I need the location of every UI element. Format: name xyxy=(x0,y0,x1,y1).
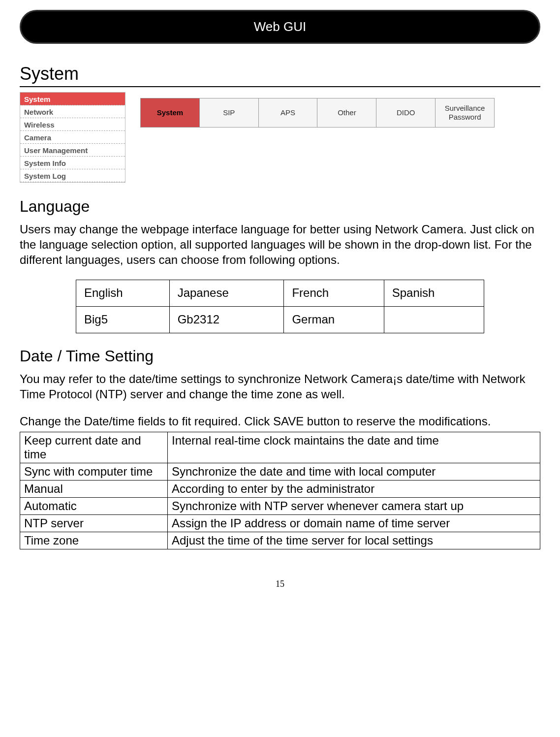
table-row: Sync with computer timeSynchronize the d… xyxy=(20,463,540,481)
sidebar-item-system-info[interactable]: System Info xyxy=(20,157,125,169)
tab-other[interactable]: Other xyxy=(317,98,376,127)
sidebar-item-network[interactable]: Network xyxy=(20,105,125,118)
tab-system[interactable]: System xyxy=(141,98,200,127)
sidebar-item-user-management[interactable]: User Management xyxy=(20,144,125,157)
sidebar-item-system-log[interactable]: System Log xyxy=(20,169,125,182)
lang-cell: Big5 xyxy=(76,306,170,333)
lang-cell: Japanese xyxy=(169,280,284,306)
tab-dido[interactable]: DIDO xyxy=(376,98,436,127)
datetime-body-2: Change the Date/time fields to fit requi… xyxy=(20,414,540,429)
table-row: Time zoneAdjust the time of the time ser… xyxy=(20,532,540,549)
page-header-pill: Web GUI xyxy=(20,10,540,44)
sidebar-item-wireless[interactable]: Wireless xyxy=(20,118,125,131)
tab-sip[interactable]: SIP xyxy=(200,98,259,127)
lang-cell: French xyxy=(284,280,384,306)
sidebar-item-system[interactable]: System xyxy=(20,93,125,105)
lang-cell: Gb2312 xyxy=(169,306,284,333)
language-heading: Language xyxy=(20,197,540,216)
page-header-title: Web GUI xyxy=(254,19,306,34)
datetime-body-1: You may refer to the date/time settings … xyxy=(20,371,540,402)
table-row: NTP serverAssign the IP address or domai… xyxy=(20,515,540,532)
tabs-bar: System SIP APS Other DIDO Surveillance P… xyxy=(140,98,495,128)
page-number: 15 xyxy=(20,579,540,589)
datetime-heading: Date / Time Setting xyxy=(20,347,540,365)
table-row: ManualAccording to enter by the administ… xyxy=(20,481,540,498)
tab-surveillance-password[interactable]: Surveillance Password xyxy=(436,98,494,127)
datetime-table: Keep current date and timeInternal real-… xyxy=(20,432,540,549)
language-table: English Japanese French Spanish Big5 Gb2… xyxy=(76,280,484,333)
language-body: Users may change the webpage interface l… xyxy=(20,222,540,268)
sidebar-nav: System Network Wireless Camera User Mana… xyxy=(20,92,125,183)
ui-screenshot-row: System Network Wireless Camera User Mana… xyxy=(20,92,540,183)
lang-cell: Spanish xyxy=(384,280,484,306)
tab-aps[interactable]: APS xyxy=(259,98,318,127)
lang-cell xyxy=(384,306,484,333)
table-row: Big5 Gb2312 German xyxy=(76,306,484,333)
table-row: AutomaticSynchronize with NTP server whe… xyxy=(20,498,540,515)
lang-cell: English xyxy=(76,280,170,306)
lang-cell: German xyxy=(284,306,384,333)
section-title: System xyxy=(20,64,540,87)
table-row: English Japanese French Spanish xyxy=(76,280,484,306)
sidebar-item-camera[interactable]: Camera xyxy=(20,131,125,144)
table-row: Keep current date and timeInternal real-… xyxy=(20,432,540,463)
